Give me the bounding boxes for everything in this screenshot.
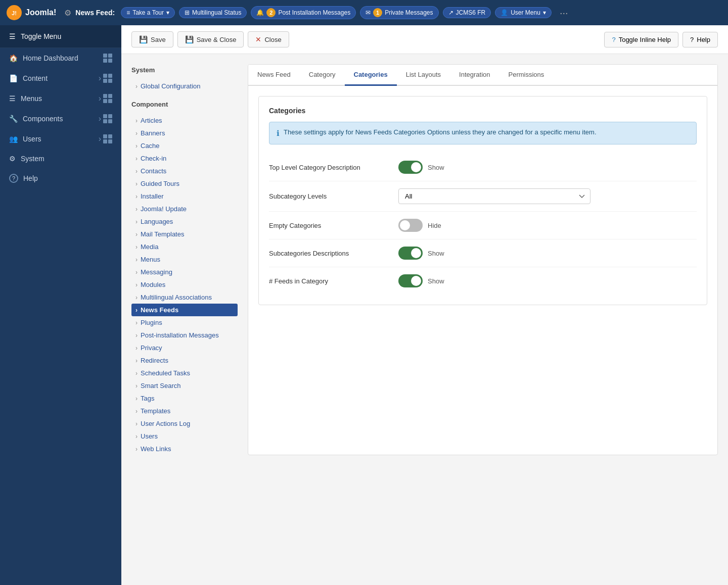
toggle-label-empty-categories: Hide	[428, 222, 441, 229]
left-panel-item-privacy[interactable]: › Privacy	[131, 342, 238, 354]
tab-integration[interactable]: Integration	[450, 65, 499, 86]
left-panel: System › Global Configuration Component …	[131, 64, 238, 455]
left-panel-item-joomla-update[interactable]: › Joomla! Update	[131, 203, 238, 215]
topbar-title: News Feed:	[75, 9, 115, 17]
sidebar-item-menus[interactable]: ☰ Menus	[0, 88, 121, 109]
installer-chevron-icon: ›	[135, 193, 138, 200]
menus-grid-icon	[103, 94, 112, 103]
left-panel-item-check-in[interactable]: › Check-in	[131, 152, 238, 165]
left-panel-item-messaging[interactable]: › Messaging	[131, 266, 238, 278]
panel-content: Categories ℹ These settings apply for Ne…	[248, 86, 717, 315]
banners-chevron-icon: ›	[135, 130, 138, 137]
left-panel-item-installer[interactable]: › Installer	[131, 190, 238, 203]
control-empty-categories: Hide	[398, 219, 441, 232]
left-panel-item-languages[interactable]: › Languages	[131, 215, 238, 228]
menus-chevron-icon	[99, 94, 101, 103]
messaging-chevron-icon: ›	[135, 269, 138, 276]
left-panel-item-scheduled-tasks[interactable]: › Scheduled Tasks	[131, 367, 238, 379]
jcms6-fr-badge[interactable]: ↗ JCMS6 FR	[443, 7, 491, 18]
form-row-subcategories-desc: Subcategories Descriptions Show	[269, 239, 697, 267]
content-grid-icon	[103, 74, 112, 83]
left-panel-item-guided-tours[interactable]: › Guided Tours	[131, 177, 238, 190]
tab-category[interactable]: Category	[300, 65, 345, 86]
select-subcategory-levels[interactable]: All 1 2 3 4 5	[398, 188, 590, 204]
multilingual-status-badge[interactable]: ⊞ Multilingual Status	[179, 7, 247, 18]
modules-chevron-icon: ›	[135, 281, 138, 288]
toggle-top-level-cat-desc[interactable]	[398, 161, 423, 174]
help-button[interactable]: ? Help	[682, 32, 718, 47]
sidebar-item-system[interactable]: ⚙ System	[0, 149, 121, 168]
left-panel-item-global-config[interactable]: › Global Configuration	[131, 80, 238, 92]
toggle-feeds-in-category[interactable]	[398, 274, 423, 287]
left-panel-item-plugins[interactable]: › Plugins	[131, 316, 238, 329]
main-content: 💾 Save 💾 Save & Close ✕ Close ? Toggle I…	[121, 25, 728, 585]
left-panel-item-templates[interactable]: › Templates	[131, 405, 238, 417]
left-panel-item-users-comp[interactable]: › Users	[131, 430, 238, 443]
news-feeds-chevron-icon: ›	[135, 307, 138, 314]
left-panel-item-menus[interactable]: › Menus	[131, 253, 238, 266]
left-panel-item-modules[interactable]: › Modules	[131, 278, 238, 291]
sidebar-item-help[interactable]: ? Help	[0, 168, 121, 188]
left-panel-item-cache[interactable]: › Cache	[131, 139, 238, 152]
inline-help-icon: ?	[612, 36, 615, 43]
left-panel-item-multilingual-assoc[interactable]: › Multilingual Associations	[131, 291, 238, 304]
sidebar-item-content[interactable]: 📄 Content	[0, 68, 121, 88]
system-section-title: System	[131, 64, 238, 76]
logo[interactable]: J! Joomla!	[6, 5, 56, 21]
post-installation-badge[interactable]: 🔔 2 Post Installation Messages	[251, 6, 356, 19]
tab-categories[interactable]: Categories	[345, 65, 397, 86]
sidebar-item-users[interactable]: 👥 Users	[0, 129, 121, 149]
left-panel-item-smart-search[interactable]: › Smart Search	[131, 379, 238, 392]
redirects-chevron-icon: ›	[135, 357, 138, 364]
user-menu-dropdown-icon: ▾	[543, 9, 546, 16]
home-icon: 🏠	[9, 54, 18, 62]
mail-templates-chevron-icon: ›	[135, 231, 138, 238]
left-panel-item-tags[interactable]: › Tags	[131, 392, 238, 405]
templates-chevron-icon: ›	[135, 408, 138, 415]
checkin-chevron-icon: ›	[135, 155, 138, 162]
close-button[interactable]: ✕ Close	[248, 31, 289, 47]
form-row-subcategory-levels: Subcategory Levels All 1 2 3 4 5	[269, 181, 697, 212]
left-panel-item-banners[interactable]: › Banners	[131, 127, 238, 139]
toggle-empty-categories[interactable]	[398, 219, 423, 232]
web-links-chevron-icon: ›	[135, 446, 138, 453]
left-panel-item-user-actions-log[interactable]: › User Actions Log	[131, 417, 238, 430]
save-close-button[interactable]: 💾 Save & Close	[177, 31, 244, 47]
tab-permissions[interactable]: Permissions	[499, 65, 554, 86]
control-subcategory-levels: All 1 2 3 4 5	[398, 188, 590, 204]
tab-list-layouts[interactable]: List Layouts	[397, 65, 450, 86]
categories-box: Categories ℹ These settings apply for Ne…	[258, 96, 707, 305]
tab-news-feed[interactable]: News Feed	[248, 65, 300, 86]
left-panel-item-media[interactable]: › Media	[131, 240, 238, 253]
left-panel-item-contacts[interactable]: › Contacts	[131, 165, 238, 177]
smart-search-chevron-icon: ›	[135, 382, 138, 389]
component-section-title: Component	[131, 99, 238, 110]
global-config-chevron-icon: ›	[135, 83, 138, 90]
left-panel-item-articles[interactable]: › Articles	[131, 114, 238, 127]
left-panel-item-mail-templates[interactable]: › Mail Templates	[131, 228, 238, 240]
save-icon: 💾	[139, 35, 148, 43]
components-chevron-icon	[99, 114, 101, 123]
sidebar-item-components[interactable]: 🔧 Components	[0, 109, 121, 129]
tags-chevron-icon: ›	[135, 395, 138, 402]
toggle-menu-button[interactable]: ☰ Home Dashboard Toggle Menu	[0, 25, 121, 48]
joomla-logo-icon: J!	[6, 5, 22, 21]
components-icon: 🔧	[9, 115, 18, 123]
save-button[interactable]: 💾 Save	[131, 31, 173, 47]
left-panel-item-web-links[interactable]: › Web Links	[131, 443, 238, 455]
left-panel-item-redirects[interactable]: › Redirects	[131, 354, 238, 367]
toggle-inline-help-button[interactable]: ? Toggle Inline Help	[604, 32, 678, 47]
toggle-subcategories-desc[interactable]	[398, 247, 423, 260]
private-messages-badge[interactable]: ✉ 1 Private Messages	[360, 6, 438, 19]
toggle-label-top-level-cat-desc: Show	[428, 164, 444, 171]
take-a-tour-badge[interactable]: ≡ Take a Tour ▾	[121, 7, 175, 18]
more-options-button[interactable]: ···	[556, 5, 572, 21]
left-panel-item-news-feeds[interactable]: › News Feeds	[131, 304, 238, 316]
sidebar-item-home-dashboard[interactable]: 🏠 Home Dashboard	[0, 48, 121, 68]
user-menu-badge[interactable]: 👤 User Menu ▾	[495, 7, 552, 18]
bell-icon: 🔔	[256, 9, 264, 16]
mail-icon: ✉	[366, 9, 371, 16]
control-subcategories-desc: Show	[398, 247, 444, 260]
left-panel-item-post-installation[interactable]: › Post-installation Messages	[131, 329, 238, 342]
content-icon: 📄	[9, 74, 18, 82]
